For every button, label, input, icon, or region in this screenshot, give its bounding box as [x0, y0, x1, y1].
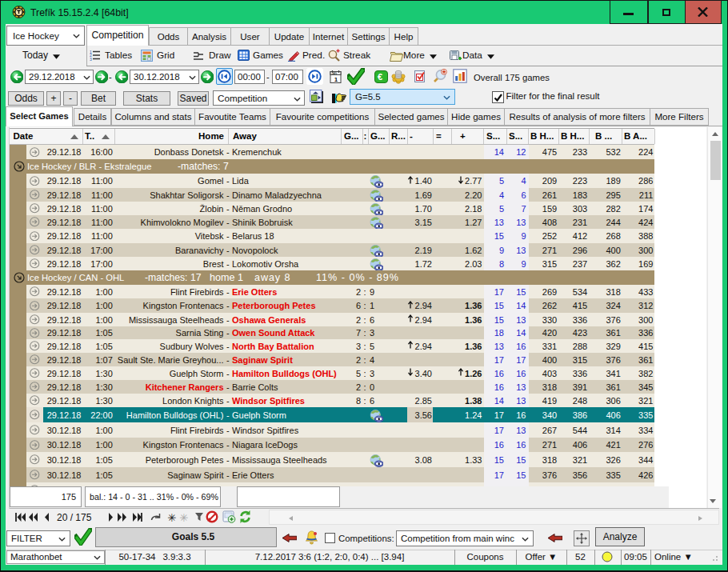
svg-text:1: 1: [334, 76, 338, 83]
svg-text:3: 3: [90, 57, 92, 62]
svg-text:€: €: [378, 72, 382, 82]
